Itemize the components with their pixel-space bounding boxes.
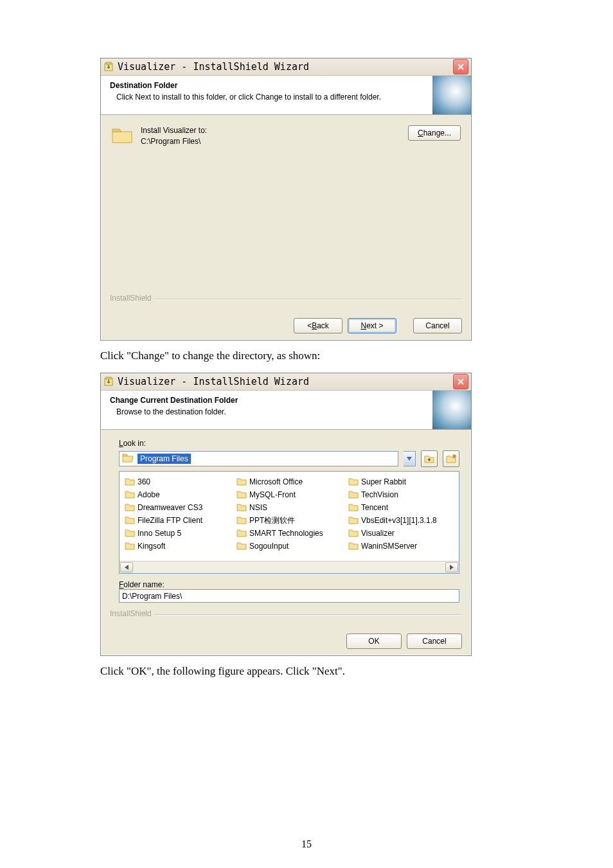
folder-item-label: Microsoft Office — [249, 477, 303, 486]
folder-item-label: Super Rabbit — [361, 477, 406, 486]
folder-item[interactable]: Tencent — [348, 501, 454, 514]
folder-item[interactable]: Visualizer — [348, 527, 454, 540]
folder-item[interactable]: Inno Setup 5 — [125, 527, 230, 540]
folder-list[interactable]: 360AdobeDreamweaver CS3FileZilla FTP Cli… — [119, 471, 459, 574]
folder-item-label: VbsEdit+v3[1][1].3.1.8 — [361, 516, 437, 525]
folder-item-label: TechVision — [361, 490, 398, 499]
folder-item[interactable]: SMART Technologies — [236, 527, 342, 540]
change-button[interactable]: Change... — [408, 125, 461, 141]
folder-item[interactable]: VbsEdit+v3[1][1].3.1.8 — [348, 514, 454, 527]
svg-rect-3 — [106, 377, 111, 379]
folder-icon — [125, 477, 135, 486]
horizontal-scrollbar[interactable] — [120, 561, 459, 573]
page-number: 15 — [0, 838, 613, 850]
folder-name-label: Folder name: — [119, 580, 459, 589]
window-title: Visualizer - InstallShield Wizard — [118, 61, 449, 73]
brand-label: InstallShield — [110, 609, 154, 618]
install-to-label: Install Visualizer to: — [141, 125, 400, 136]
folder-item[interactable]: WaninSMServer — [348, 540, 454, 553]
ok-button[interactable]: OK — [346, 633, 402, 649]
header-banner-image — [432, 391, 471, 429]
header-subtitle: Click Next to install to this folder, or… — [110, 93, 425, 102]
folder-item[interactable]: TechVision — [348, 488, 454, 501]
folder-item[interactable]: Dreamweaver CS3 — [125, 501, 230, 514]
install-path: C:\Program Files\ — [141, 136, 400, 147]
folder-icon — [236, 516, 247, 525]
look-in-combo[interactable]: Program Files — [119, 451, 398, 466]
folder-icon — [236, 477, 247, 486]
folder-item-label: MySQL-Front — [249, 490, 296, 499]
folder-icon — [348, 490, 359, 499]
folder-item-label: Visualizer — [361, 529, 395, 538]
folder-icon — [348, 529, 359, 538]
svg-rect-1 — [106, 62, 111, 64]
folder-icon — [125, 490, 135, 499]
folder-icon — [236, 503, 247, 512]
folder-item-label: Kingsoft — [138, 542, 165, 551]
titlebar: Visualizer - InstallShield Wizard — [101, 58, 471, 76]
folder-item-label: SMART Technologies — [249, 529, 323, 538]
folder-icon — [111, 127, 133, 145]
folder-icon — [125, 529, 135, 538]
folder-icon — [348, 516, 359, 525]
titlebar: Visualizer - InstallShield Wizard — [101, 373, 471, 391]
dialog-header: Change Current Destination Folder Browse… — [101, 391, 471, 430]
folder-item-label: WaninSMServer — [361, 542, 417, 551]
folder-item[interactable]: FileZilla FTP Client — [125, 514, 230, 527]
folder-item[interactable]: Microsoft Office — [236, 475, 342, 488]
folder-item-label: Adobe — [138, 490, 160, 499]
folder-icon — [125, 516, 135, 525]
folder-icon — [348, 477, 359, 486]
folder-item[interactable]: Super Rabbit — [348, 475, 454, 488]
installer-icon — [103, 62, 114, 72]
folder-icon — [236, 490, 247, 499]
cancel-button[interactable]: Cancel — [407, 633, 462, 649]
folder-item-label: Inno Setup 5 — [138, 529, 181, 538]
change-destination-dialog: Visualizer - InstallShield Wizard Change… — [100, 373, 472, 656]
scroll-right-button[interactable] — [445, 562, 458, 572]
header-title: Destination Folder — [110, 81, 425, 90]
header-title: Change Current Destination Folder — [110, 396, 425, 405]
close-button[interactable] — [453, 374, 468, 389]
look-in-value: Program Files — [138, 454, 191, 464]
cancel-button[interactable]: Cancel — [413, 318, 462, 333]
close-button[interactable] — [453, 59, 468, 75]
look-in-label: Look in: — [119, 439, 459, 448]
folder-icon — [348, 542, 359, 551]
up-one-level-button[interactable] — [421, 450, 438, 467]
new-folder-button[interactable] — [443, 450, 459, 467]
look-in-dropdown-button[interactable] — [404, 451, 416, 466]
destination-folder-dialog: Visualizer - InstallShield Wizard Destin… — [100, 58, 472, 341]
folder-icon — [348, 503, 359, 512]
folder-item-label: Tencent — [361, 503, 388, 512]
folder-icon — [125, 542, 135, 551]
header-subtitle: Browse to the destination folder. — [110, 407, 425, 416]
back-button[interactable]: < Back — [294, 318, 342, 333]
folder-icon — [236, 542, 247, 551]
folder-item-label: FileZilla FTP Client — [138, 516, 202, 525]
folder-item-label: Dreamweaver CS3 — [138, 503, 202, 512]
open-folder-icon — [122, 453, 134, 465]
folder-item[interactable]: PPT检测软件 — [236, 514, 342, 527]
brand-label: InstallShield — [110, 294, 154, 303]
folder-item-label: 360 — [138, 477, 150, 486]
scroll-left-button[interactable] — [120, 562, 133, 572]
caption-text-1: Click "Change" to change the directory, … — [100, 350, 470, 362]
window-title: Visualizer - InstallShield Wizard — [118, 376, 449, 387]
header-banner-image — [432, 76, 471, 114]
folder-icon — [236, 529, 247, 538]
installer-icon — [103, 376, 114, 387]
folder-item[interactable]: Kingsoft — [125, 540, 230, 553]
folder-item-label: NSIS — [249, 503, 267, 512]
folder-item[interactable]: Adobe — [125, 488, 230, 501]
folder-item[interactable]: NSIS — [236, 501, 342, 514]
folder-name-input[interactable] — [119, 589, 459, 603]
folder-item[interactable]: 360 — [125, 475, 230, 488]
folder-item-label: SogouInput — [249, 542, 289, 551]
caption-text-2: Click "OK", the following figure appears… — [100, 665, 470, 678]
next-button[interactable]: Next > — [348, 318, 396, 333]
folder-item[interactable]: SogouInput — [236, 540, 342, 553]
folder-icon — [125, 503, 135, 512]
folder-item-label: PPT检测软件 — [249, 515, 295, 526]
folder-item[interactable]: MySQL-Front — [236, 488, 342, 501]
